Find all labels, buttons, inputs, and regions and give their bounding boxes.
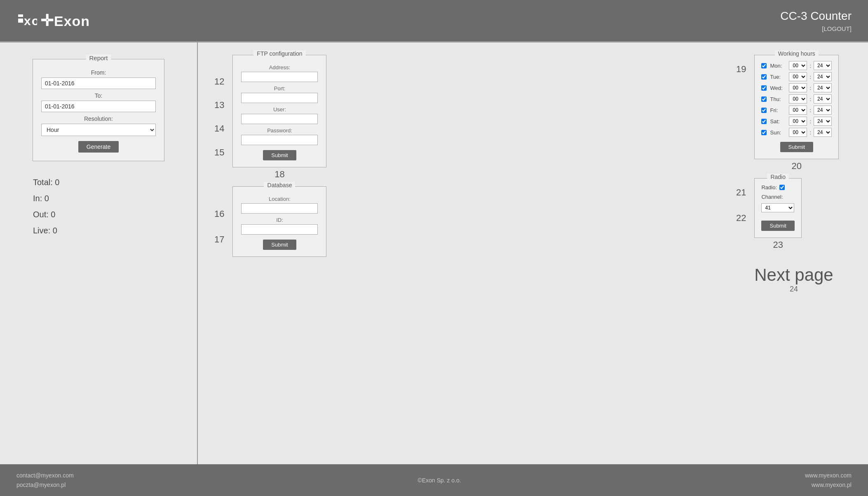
wh-to-sun[interactable]: 24 bbox=[814, 128, 832, 137]
radio-radio-label: Radio: bbox=[761, 184, 777, 190]
wh-from-tue[interactable]: 00 bbox=[789, 72, 807, 81]
radio-left-num-22: 22 bbox=[736, 213, 746, 223]
next-page-label[interactable]: Next page bbox=[736, 265, 852, 285]
wh-label-wed: Wed: bbox=[770, 85, 786, 91]
wh-legend: Working hours bbox=[775, 50, 819, 57]
ftp-user-input[interactable] bbox=[241, 114, 318, 124]
ftp-submit-button[interactable]: Submit bbox=[263, 150, 296, 160]
ftp-num-14: 14 bbox=[214, 117, 224, 140]
header-right: CC-3 Counter [LOGOUT] bbox=[780, 9, 852, 32]
wh-from-sun[interactable]: 00 bbox=[789, 128, 807, 137]
wh-to-mon[interactable]: 24 bbox=[814, 61, 832, 70]
wh-check-tue[interactable] bbox=[761, 74, 767, 80]
wh-label-tue: Tue: bbox=[770, 74, 786, 80]
wh-left-num: 19 bbox=[736, 64, 746, 75]
wh-from-thu[interactable]: 00 bbox=[789, 94, 807, 103]
report-legend: Report bbox=[86, 54, 111, 61]
wh-submit-button[interactable]: Submit bbox=[780, 142, 813, 152]
wh-label-mon: Mon: bbox=[770, 63, 786, 69]
footer-center: ©Exon Sp. z o.o. bbox=[418, 477, 461, 484]
wh-section: Working hours Mon: 00 : 24 Tue: bbox=[754, 55, 839, 159]
footer-url-1: www.myexon.com bbox=[805, 471, 852, 480]
ftp-num-13: 13 bbox=[214, 93, 224, 117]
footer-url-2: www.myexon.pl bbox=[805, 480, 852, 489]
radio-section: Radio Radio: Channel: 41 Submit bbox=[754, 178, 801, 238]
wh-check-fri[interactable] bbox=[761, 108, 767, 113]
resolution-select[interactable]: Hour Day Week Month bbox=[41, 124, 156, 136]
radio-section-num: 23 bbox=[773, 240, 783, 250]
ftp-legend: FTP configuration bbox=[253, 50, 305, 57]
ftp-section: FTP configuration Address: Port: User: P… bbox=[232, 55, 326, 167]
radio-channel-label: Channel: bbox=[761, 194, 783, 200]
db-legend: Database bbox=[264, 182, 296, 188]
app-title: CC-3 Counter bbox=[780, 9, 852, 23]
wh-to-thu[interactable]: 24 bbox=[814, 94, 832, 103]
db-id-input[interactable] bbox=[241, 224, 318, 235]
wh-to-wed[interactable]: 24 bbox=[814, 83, 832, 92]
radio-block: 21 22 Radio Radio: Channel: bbox=[736, 178, 852, 250]
db-num-17: 17 bbox=[214, 227, 224, 252]
ftp-section-num: 18 bbox=[274, 169, 284, 180]
wh-row-thu: Thu: 00 : 24 bbox=[761, 94, 832, 103]
ftp-numbers: 12 13 14 15 bbox=[214, 55, 224, 164]
ftp-address-label: Address: bbox=[241, 64, 318, 71]
radio-radio-checkbox[interactable] bbox=[779, 185, 785, 190]
ftp-password-input[interactable] bbox=[241, 135, 318, 145]
ftp-num-15: 15 bbox=[214, 141, 224, 164]
ftp-user-label: User: bbox=[241, 106, 318, 113]
ftp-address-input[interactable] bbox=[241, 72, 318, 82]
ftp-password-label: Password: bbox=[241, 127, 318, 134]
wh-check-wed[interactable] bbox=[761, 85, 767, 91]
wh-row-wed: Wed: 00 : 24 bbox=[761, 83, 832, 92]
wh-check-mon[interactable] bbox=[761, 63, 767, 68]
logo-area: xon ✛Exon bbox=[16, 10, 90, 31]
right-panel: 12 13 14 15 FTP configuration Address: P… bbox=[198, 42, 868, 464]
ftp-port-input[interactable] bbox=[241, 93, 318, 103]
db-num-16: 16 bbox=[214, 201, 224, 227]
wh-label-fri: Fri: bbox=[770, 107, 786, 113]
to-input[interactable] bbox=[41, 101, 156, 112]
from-input[interactable] bbox=[41, 78, 156, 89]
left-panel: Report From: To: Resolution: Hour Day We… bbox=[0, 42, 198, 464]
wh-from-fri[interactable]: 00 bbox=[789, 106, 807, 115]
radio-submit-button[interactable]: Submit bbox=[761, 221, 794, 231]
wh-block: 19 Working hours Mon: 00 : 24 bbox=[736, 55, 852, 172]
radio-legend: Radio bbox=[767, 174, 789, 180]
wh-row-tue: Tue: 00 : 24 bbox=[761, 72, 832, 81]
center-col: 12 13 14 15 FTP configuration Address: P… bbox=[214, 55, 711, 452]
out-stat: Out: 0 bbox=[33, 210, 172, 219]
logo: xon ✛Exon bbox=[16, 10, 90, 31]
svg-text:xon: xon bbox=[24, 14, 37, 28]
wh-section-num: 20 bbox=[792, 161, 802, 172]
wh-from-sat[interactable]: 00 bbox=[789, 117, 807, 126]
next-page-num: 24 bbox=[736, 285, 852, 294]
wh-from-mon[interactable]: 00 bbox=[789, 61, 807, 70]
radio-channel-select[interactable]: 41 bbox=[761, 203, 794, 212]
db-location-input[interactable] bbox=[241, 203, 318, 214]
wh-label-sun: Sun: bbox=[770, 129, 786, 136]
svg-rect-4 bbox=[21, 20, 23, 23]
db-id-label: ID: bbox=[241, 217, 318, 223]
wh-from-wed[interactable]: 00 bbox=[789, 83, 807, 92]
wh-check-sun[interactable] bbox=[761, 130, 767, 135]
footer: contact@myexon.com poczta@myexon.pl ©Exo… bbox=[0, 464, 868, 496]
wh-to-tue[interactable]: 24 bbox=[814, 72, 832, 81]
from-label: From: bbox=[41, 69, 156, 76]
wh-check-thu[interactable] bbox=[761, 96, 767, 102]
wh-to-sat[interactable]: 24 bbox=[814, 117, 832, 126]
wh-to-fri[interactable]: 24 bbox=[814, 106, 832, 115]
footer-email-1: contact@myexon.com bbox=[16, 471, 74, 480]
db-submit-button[interactable]: Submit bbox=[263, 240, 296, 250]
total-stat: Total: 0 bbox=[33, 178, 172, 187]
generate-button[interactable]: Generate bbox=[78, 141, 119, 153]
footer-right: www.myexon.com www.myexon.pl bbox=[805, 471, 852, 489]
footer-email-2: poczta@myexon.pl bbox=[16, 480, 74, 489]
db-section: Database Location: ID: Submit bbox=[232, 186, 326, 257]
logout-link[interactable]: [LOGOUT] bbox=[780, 25, 852, 32]
wh-label-sat: Sat: bbox=[770, 118, 786, 125]
ftp-num-12: 12 bbox=[214, 70, 224, 93]
footer-left: contact@myexon.com poczta@myexon.pl bbox=[16, 471, 74, 489]
wh-row-sun: Sun: 00 : 24 bbox=[761, 128, 832, 137]
wh-check-sat[interactable] bbox=[761, 119, 767, 124]
header: xon ✛Exon CC-3 Counter [LOGOUT] bbox=[0, 0, 868, 41]
